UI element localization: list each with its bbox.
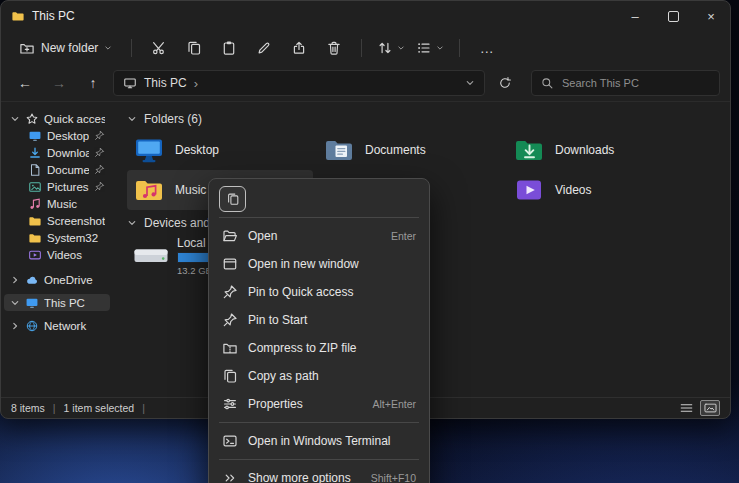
menu-item-label: Pin to Start bbox=[248, 313, 307, 327]
terminal-icon bbox=[222, 433, 238, 449]
menu-item-open-new-window[interactable]: Open in new window bbox=[214, 250, 424, 278]
sort-button[interactable] bbox=[373, 34, 409, 62]
pin-icon bbox=[222, 312, 238, 328]
search-box bbox=[531, 70, 720, 96]
sidebar-item-label: Desktop bbox=[47, 130, 89, 142]
command-bar: New folder … bbox=[1, 31, 730, 65]
menu-item-pin-start[interactable]: Pin to Start bbox=[214, 306, 424, 334]
address-bar[interactable]: This PC › bbox=[113, 70, 485, 96]
refresh-icon bbox=[498, 76, 512, 90]
folder-tile-downloads[interactable]: Downloads bbox=[507, 130, 693, 170]
menu-item-compress-zip[interactable]: Compress to ZIP file bbox=[214, 334, 424, 362]
close-button[interactable]: × bbox=[692, 1, 730, 31]
chevron-down-icon bbox=[10, 298, 20, 308]
more-options-button[interactable]: … bbox=[471, 34, 503, 62]
cut-icon bbox=[151, 40, 167, 56]
folder-tile-label: Music bbox=[175, 183, 206, 197]
menu-item-label: Open in new window bbox=[248, 257, 359, 271]
sidebar-item-pictures[interactable]: Pictures bbox=[4, 178, 110, 195]
toolbar-separator bbox=[131, 39, 132, 57]
pictures-icon bbox=[28, 180, 42, 194]
more-options-icon: … bbox=[480, 40, 495, 56]
menu-item-properties[interactable]: Properties Alt+Enter bbox=[214, 390, 424, 418]
maximize-icon bbox=[668, 11, 679, 22]
sidebar-item-network[interactable]: Network bbox=[4, 317, 110, 334]
sidebar-item-onedrive[interactable]: OneDrive bbox=[4, 271, 110, 288]
videos-icon bbox=[28, 248, 42, 262]
rename-button[interactable] bbox=[248, 34, 280, 62]
details-view-button[interactable] bbox=[676, 400, 696, 416]
new-folder-button[interactable]: New folder bbox=[11, 34, 120, 62]
address-dropdown-icon[interactable] bbox=[465, 78, 475, 88]
title-bar[interactable]: This PC – × bbox=[1, 1, 730, 31]
sidebar-item-label: Documents bbox=[47, 164, 89, 176]
folders-header-label: Folders (6) bbox=[144, 112, 202, 126]
maximize-button[interactable] bbox=[654, 1, 692, 31]
menu-item-label: Pin to Quick access bbox=[248, 285, 353, 299]
onedrive-cloud-icon bbox=[25, 273, 39, 287]
forward-button[interactable]: → bbox=[45, 69, 73, 97]
close-icon: × bbox=[707, 9, 715, 24]
minimize-button[interactable]: – bbox=[616, 1, 654, 31]
up-icon: ↑ bbox=[90, 75, 97, 91]
open-icon bbox=[222, 228, 238, 244]
menu-item-show-more-options[interactable]: Show more options Shift+F10 bbox=[214, 464, 424, 483]
cut-button[interactable] bbox=[143, 34, 175, 62]
items-count: 8 items bbox=[11, 402, 45, 414]
copy-button[interactable] bbox=[219, 186, 246, 212]
sidebar-item-downloads[interactable]: Downloads bbox=[4, 144, 110, 161]
sidebar-item-quick-access[interactable]: Quick access bbox=[4, 110, 110, 127]
desktop-folder-icon bbox=[133, 134, 165, 166]
videos-folder-icon bbox=[513, 174, 545, 206]
search-icon bbox=[540, 76, 554, 90]
documents-folder-icon bbox=[323, 134, 355, 166]
delete-button[interactable] bbox=[318, 34, 350, 62]
breadcrumb-separator: › bbox=[194, 76, 198, 91]
zip-icon bbox=[222, 340, 238, 356]
new-folder-label: New folder bbox=[41, 41, 98, 55]
new-window-icon bbox=[222, 256, 238, 272]
properties-icon bbox=[222, 396, 238, 412]
chevron-right-icon bbox=[10, 321, 20, 331]
folders-section-header[interactable]: Folders (6) bbox=[127, 110, 730, 128]
new-folder-icon bbox=[19, 40, 35, 56]
up-button[interactable]: ↑ bbox=[79, 69, 107, 97]
menu-item-copy-as-path[interactable]: Copy as path bbox=[214, 362, 424, 390]
chevron-down-icon bbox=[436, 44, 444, 52]
sidebar-item-label: Pictures bbox=[47, 181, 89, 193]
folder-tile-videos[interactable]: Videos bbox=[507, 170, 693, 210]
sidebar-item-system32[interactable]: System32 bbox=[4, 229, 110, 246]
navigation-pane: Quick access Desktop Downloads Documents bbox=[1, 102, 113, 397]
share-button[interactable] bbox=[283, 34, 315, 62]
folder-tile-documents[interactable]: Documents bbox=[317, 130, 503, 170]
menu-item-open[interactable]: Open Enter bbox=[214, 222, 424, 250]
refresh-button[interactable] bbox=[491, 69, 519, 97]
menu-item-pin-quick-access[interactable]: Pin to Quick access bbox=[214, 278, 424, 306]
menu-item-shortcut: Alt+Enter bbox=[373, 398, 416, 410]
menu-item-label: Compress to ZIP file bbox=[248, 341, 356, 355]
sidebar-item-screenshots[interactable]: Screenshots bbox=[4, 212, 110, 229]
folder-tile-label: Desktop bbox=[175, 143, 219, 157]
sidebar-item-videos[interactable]: Videos bbox=[4, 246, 110, 263]
menu-item-open-windows-terminal[interactable]: Open in Windows Terminal bbox=[214, 427, 424, 455]
search-input[interactable] bbox=[560, 76, 711, 90]
chevron-down-icon bbox=[10, 114, 20, 124]
view-button[interactable] bbox=[412, 34, 448, 62]
folder-icon bbox=[28, 214, 42, 228]
sidebar-item-this-pc[interactable]: This PC bbox=[4, 294, 110, 311]
back-button[interactable]: ← bbox=[11, 69, 39, 97]
address-row: ← → ↑ This PC › bbox=[1, 65, 730, 102]
sidebar-item-desktop[interactable]: Desktop bbox=[4, 127, 110, 144]
menu-item-label: Show more options bbox=[248, 471, 351, 483]
copy-button[interactable] bbox=[178, 34, 210, 62]
breadcrumb-location[interactable]: This PC bbox=[144, 76, 187, 90]
sidebar-item-documents[interactable]: Documents bbox=[4, 161, 110, 178]
downloads-icon bbox=[28, 146, 42, 160]
sidebar-item-label: Music bbox=[47, 198, 105, 210]
sidebar-item-music[interactable]: Music bbox=[4, 195, 110, 212]
back-icon: ← bbox=[18, 75, 32, 91]
thumbnail-view-button[interactable] bbox=[700, 400, 720, 416]
delete-icon bbox=[326, 40, 342, 56]
paste-button[interactable] bbox=[213, 34, 245, 62]
folder-tile-desktop[interactable]: Desktop bbox=[127, 130, 313, 170]
